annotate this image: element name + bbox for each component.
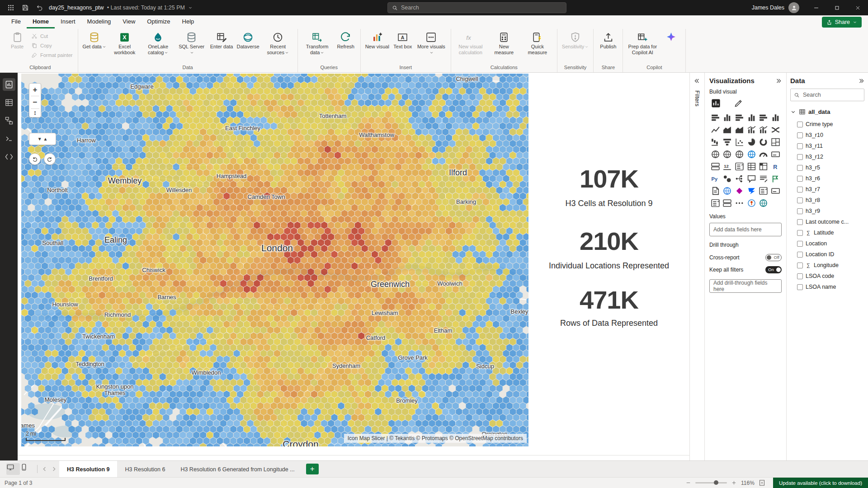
visual-type-table[interactable] [747,162,756,171]
sidebar-item-table-view[interactable] [3,96,15,109]
zoom-out-icon[interactable] [685,480,691,486]
visual-type-power-automate[interactable] [747,186,756,196]
data-search-input[interactable]: Search [790,89,864,101]
next-page-icon[interactable] [50,465,57,473]
hexagon-heatmap[interactable] [21,74,528,446]
field-h3-r9[interactable]: h3_r9 [790,206,864,216]
text-box-button[interactable]: AText box [392,30,414,51]
chevron-down-icon[interactable] [790,109,796,115]
menu-file[interactable]: File [5,16,27,28]
visual-type-azure-map[interactable] [747,150,756,159]
mobile-view-button[interactable] [20,463,33,475]
field-last-outcome-c[interactable]: Last outcome c... [790,216,864,227]
keep-filters-toggle[interactable]: On [765,266,782,273]
visual-type-100-stacked-column-chart[interactable] [771,113,780,122]
sidebar-item-report-view[interactable] [3,78,15,91]
cross-report-toggle[interactable]: Off [765,254,782,261]
visual-type-paginated-report[interactable] [711,186,720,196]
transform-data-button[interactable]: Transform data [301,30,334,56]
field-checkbox[interactable] [797,176,803,182]
field-checkbox[interactable] [797,154,803,160]
visual-type-icon-map-slicer[interactable] [747,198,756,208]
field-checkbox[interactable] [797,284,803,290]
get-data-button[interactable]: Get data [81,30,108,51]
field-h3-r11[interactable]: h3_r11 [790,141,864,151]
sensitivity-button[interactable]: Sensitivity [561,30,590,51]
undo-icon[interactable] [36,4,43,11]
excel-workbook-button[interactable]: XExcel workbook [108,30,141,56]
app-launcher-icon[interactable] [7,4,14,11]
sidebar-item-model-view[interactable] [3,114,15,127]
dataverse-button[interactable]: Dataverse [236,30,261,51]
visual-type-icon-map[interactable] [759,198,768,208]
values-field-well[interactable]: Add data fields here [709,223,782,236]
visual-type-matrix[interactable] [759,162,768,171]
fit-to-page-icon[interactable] [759,479,765,486]
visual-type-python-visual[interactable]: Py [711,174,720,183]
visual-type-clustered-column-chart[interactable] [747,113,756,122]
field-h3-r10[interactable]: h3_r10 [790,130,864,141]
zoom-in-button[interactable]: + [29,84,41,96]
menu-optimize[interactable]: Optimize [141,16,176,28]
visual-type-waterfall-chart[interactable] [711,137,720,147]
table-all-data[interactable]: all_data [790,106,864,118]
visual-type-metrics[interactable] [771,174,780,183]
field-crime-type[interactable]: Crime type [790,119,864,130]
more-visuals-button[interactable]: More visuals [415,30,448,56]
page-tab-h3-resolution-9[interactable]: H3 Resolution 9 [59,461,117,478]
menu-insert[interactable]: Insert [55,16,81,28]
avatar[interactable] [788,2,799,13]
visual-type-donut-chart[interactable] [759,137,768,147]
page-tab-h3-resolution-6-generated-from-longitude[interactable]: H3 Resolution 6 Generated from Longitude… [173,461,302,478]
visual-type-gauge[interactable] [759,150,768,159]
visual-type-multi-row-card[interactable] [711,162,720,171]
expand-filters-icon[interactable] [694,78,700,84]
visual-type-slicer[interactable] [735,162,744,171]
field-location[interactable]: Location [790,238,864,249]
visual-type-stacked-area-chart[interactable] [735,125,744,135]
collapse-data-icon[interactable] [858,78,864,84]
zoom-in-icon[interactable] [731,480,737,486]
build-visual-tab[interactable] [711,98,721,108]
maximize-button[interactable] [826,0,847,15]
visual-type-clustered-bar-chart[interactable] [735,113,744,122]
visual-type-button-slicer[interactable] [759,186,768,196]
menu-help[interactable]: Help [176,16,200,28]
publish-button[interactable]: Publish [597,30,619,51]
visual-type-key-influencers[interactable] [722,174,732,183]
update-notice[interactable]: Update available (click to download) [773,478,868,488]
recent-sources-button[interactable]: Recent sources [262,30,294,56]
quick-measure-button[interactable]: Quick measure [521,30,554,56]
visual-type-line-and-stacked-column-chart[interactable] [747,125,756,135]
zoom-slider[interactable] [695,482,727,483]
field-checkbox[interactable] [797,165,803,171]
sidebar-item-tmdl-view[interactable] [3,150,15,163]
field-checkbox[interactable] [797,208,803,214]
share-button[interactable]: Share [822,17,862,28]
refresh-button[interactable]: Refresh [335,30,357,51]
close-button[interactable] [847,0,868,15]
field-checkbox[interactable] [797,219,803,225]
field-checkbox[interactable] [797,230,803,236]
visual-type-list-slicer[interactable] [711,198,720,208]
visual-type-pie-chart[interactable] [747,137,756,147]
menu-view[interactable]: View [117,16,141,28]
visual-type-more-visuals-ellipsis[interactable] [735,198,744,208]
format-visual-tab[interactable] [734,99,743,108]
field-checkbox[interactable] [797,143,803,149]
field-location-id[interactable]: Location ID [790,249,864,260]
field-checkbox[interactable] [797,132,803,138]
field-checkbox[interactable] [797,122,803,127]
field-checkbox[interactable] [797,187,803,192]
visual-type-stacked-column-chart[interactable] [722,113,732,122]
visual-type-kpi[interactable]: 12 [722,162,732,171]
field-h3-r5[interactable]: h3_r5 [790,162,864,173]
format-painter-button[interactable]: Format painter [29,52,75,59]
prep-data-for-copilot-ai-button[interactable]: Prep data for Copilot AI [626,30,659,56]
field-h3-r12[interactable]: h3_r12 [790,151,864,162]
visual-type-card[interactable] [771,150,780,159]
visual-type-q-and-a[interactable] [747,174,756,183]
visual-type-arcgis-map[interactable] [722,186,732,196]
rotate-left-button[interactable] [29,153,41,165]
visual-type-tile-slicer[interactable] [722,198,732,208]
